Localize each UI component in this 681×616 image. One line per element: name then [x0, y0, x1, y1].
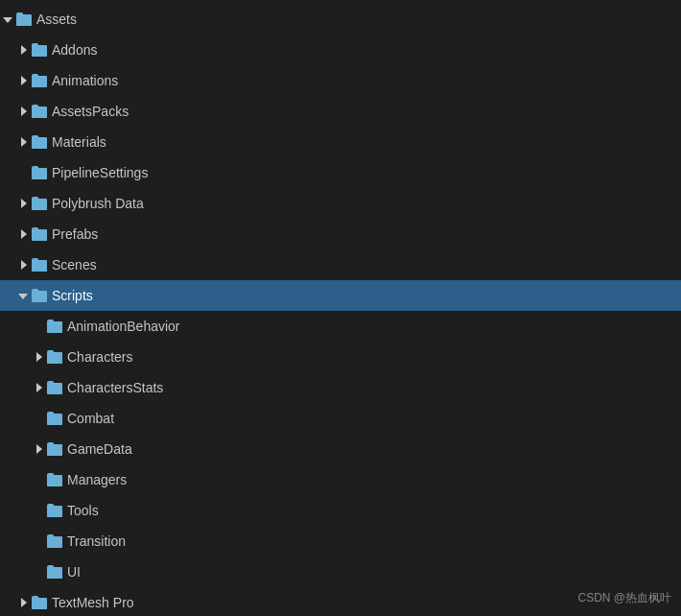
folder-icon-combat [46, 411, 63, 426]
tree-item-assetspacks[interactable]: AssetsPacks [0, 96, 681, 127]
arrow-prefabs[interactable] [15, 226, 31, 242]
arrow-scenes[interactable] [15, 257, 31, 272]
tree-item-combat[interactable]: Combat [0, 403, 681, 434]
label-gamedata: GameData [67, 441, 132, 457]
tree-item-charactersstats[interactable]: CharactersStats [0, 372, 681, 403]
folder-icon-transition [46, 533, 63, 549]
label-animationbehavior: AnimationBehavior [67, 319, 180, 334]
folder-icon-textmeshpro [31, 595, 48, 610]
label-polybrushdata: Polybrush Data [52, 196, 144, 211]
arrow-scripts[interactable] [15, 288, 31, 303]
folder-icon-characters [46, 349, 63, 365]
label-transition: Transition [67, 533, 126, 549]
tree-item-scenes[interactable]: Scenes [0, 249, 681, 280]
arrow-addons[interactable] [15, 42, 31, 58]
tree-item-transition[interactable]: Transition [0, 526, 681, 557]
file-tree: Assets Addons Animations AssetsPacks Mat… [0, 0, 681, 616]
arrow-animations[interactable] [15, 73, 31, 88]
folder-icon-addons [31, 42, 48, 58]
tree-item-tools[interactable]: Tools [0, 495, 681, 526]
folder-icon-animationbehavior [46, 319, 63, 334]
folder-icon-charactersstats [46, 380, 63, 395]
label-assetspacks: AssetsPacks [52, 104, 129, 119]
arrow-gamedata[interactable] [31, 441, 46, 457]
label-tools: Tools [67, 503, 99, 518]
label-textmeshpro: TextMesh Pro [52, 595, 134, 610]
folder-icon-assets [15, 12, 33, 27]
label-addons: Addons [52, 42, 97, 58]
arrow-textmeshpro[interactable] [15, 595, 31, 610]
label-pipelinesettings: PipelineSettings [52, 165, 148, 180]
folder-icon-managers [46, 472, 63, 487]
folder-icon-polybrushdata [31, 196, 48, 211]
tree-item-prefabs[interactable]: Prefabs [0, 219, 681, 249]
label-animations: Animations [52, 73, 118, 88]
arrow-assets[interactable] [0, 12, 15, 27]
tree-item-pipelinesettings[interactable]: PipelineSettings [0, 157, 681, 188]
label-scripts: Scripts [52, 288, 93, 303]
tree-item-animationbehavior[interactable]: AnimationBehavior [0, 311, 681, 342]
arrow-assetspacks[interactable] [15, 104, 31, 119]
tree-item-assets[interactable]: Assets [0, 4, 681, 35]
folder-icon-prefabs [31, 226, 48, 242]
tree-item-characters[interactable]: Characters [0, 342, 681, 372]
label-scenes: Scenes [52, 257, 97, 272]
arrow-charactersstats[interactable] [31, 380, 46, 395]
arrow-characters[interactable] [31, 349, 46, 365]
folder-icon-gamedata [46, 441, 63, 457]
tree-item-ui[interactable]: UI [0, 557, 681, 587]
label-prefabs: Prefabs [52, 226, 98, 242]
label-managers: Managers [67, 472, 127, 487]
tree-item-managers[interactable]: Managers [0, 464, 681, 495]
tree-item-scripts[interactable]: Scripts [0, 280, 681, 311]
label-materials: Materials [52, 134, 106, 150]
folder-icon-tools [46, 503, 63, 518]
label-ui: UI [67, 564, 81, 580]
label-assets: Assets [36, 12, 77, 27]
label-characters: Characters [67, 349, 132, 365]
label-charactersstats: CharactersStats [67, 380, 163, 395]
folder-icon-ui [46, 564, 63, 580]
tree-item-addons[interactable]: Addons [0, 35, 681, 65]
folder-icon-materials [31, 134, 48, 150]
arrow-materials[interactable] [15, 134, 31, 150]
arrow-polybrushdata[interactable] [15, 196, 31, 211]
tree-item-polybrushdata[interactable]: Polybrush Data [0, 188, 681, 219]
tree-item-materials[interactable]: Materials [0, 127, 681, 157]
tree-item-animations[interactable]: Animations [0, 65, 681, 96]
folder-icon-scripts [31, 288, 48, 303]
folder-icon-assetspacks [31, 104, 48, 119]
label-combat: Combat [67, 411, 114, 426]
folder-icon-scenes [31, 257, 48, 272]
folder-icon-animations [31, 73, 48, 88]
watermark: CSDN @热血枫叶 [577, 590, 671, 606]
tree-item-gamedata[interactable]: GameData [0, 434, 681, 464]
folder-icon-pipelinesettings [31, 165, 48, 180]
